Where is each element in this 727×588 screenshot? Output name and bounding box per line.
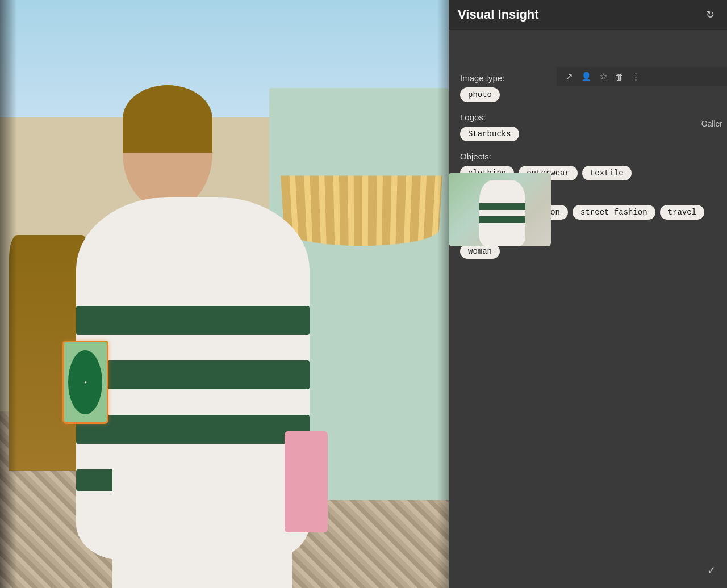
sweater-stripe-1 (76, 306, 310, 335)
app-container: ★ Visual Insight ↻ ↗ 👤 ☆ 🗑 ⋮ Galler Imag… (0, 0, 727, 588)
panel-header: Visual Insight ↻ (449, 0, 727, 30)
starbucks-cup: ★ (63, 341, 108, 423)
checkmark-icon: ✓ (707, 564, 716, 577)
right-panel: Visual Insight ↻ ↗ 👤 ☆ 🗑 ⋮ Galler Image … (449, 0, 727, 588)
thumbnail-preview (449, 173, 551, 246)
photo-scene: ★ (0, 0, 449, 588)
person-icon[interactable]: 👤 (581, 72, 592, 82)
tag-street-fashion[interactable]: street fashion (573, 205, 655, 220)
starbucks-logo: ★ (68, 350, 102, 414)
white-pants (112, 448, 292, 588)
trash-icon[interactable]: 🗑 (615, 72, 624, 82)
logos-tags: Starbucks (460, 127, 716, 141)
thumb-stripe-2 (479, 216, 525, 223)
star-icon[interactable]: ☆ (600, 72, 607, 82)
thumb-stripe-1 (479, 203, 525, 210)
logos-label: Logos: (460, 112, 716, 122)
section-logos: Logos: Starbucks (460, 112, 716, 141)
person-figure (23, 30, 382, 588)
more-icon[interactable]: ⋮ (632, 72, 640, 82)
tag-textile[interactable]: textile (582, 166, 632, 180)
image-type-tags: photo (460, 87, 716, 102)
gallery-label: Galler (701, 119, 722, 128)
pink-handbag (285, 431, 328, 532)
person-head (123, 85, 212, 208)
refresh-button[interactable]: ↻ (702, 7, 718, 23)
panel-title: Visual Insight (458, 7, 539, 22)
panel-content: Image type: photo Logos: Starbucks Objec… (449, 64, 727, 588)
tag-travel[interactable]: travel (660, 205, 704, 220)
objects-label: Objects: (460, 152, 716, 161)
sweater-stripe-2 (76, 360, 310, 389)
person-hair (123, 85, 212, 153)
tag-starbucks[interactable]: Starbucks (460, 127, 519, 141)
main-image-area: ★ (0, 0, 449, 588)
tag-photo[interactable]: photo (460, 87, 500, 102)
sweater-stripe-3 (76, 415, 310, 444)
share-icon[interactable]: ↗ (566, 72, 573, 82)
thumbnail-person (479, 180, 525, 246)
